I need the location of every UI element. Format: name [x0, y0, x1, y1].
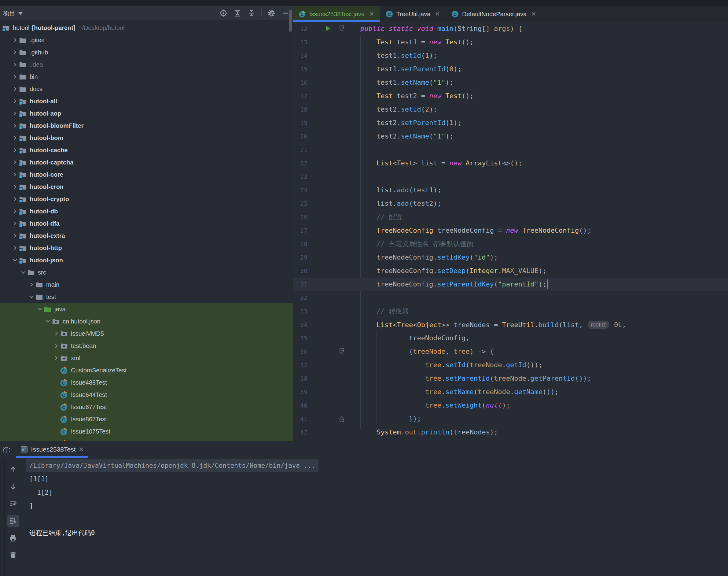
code-line-39[interactable]: 39 tree.setName(treeNode.getName()); — [293, 385, 728, 399]
tree-item-java[interactable]: java — [0, 303, 293, 315]
tree-item-src[interactable]: src — [0, 266, 293, 279]
chevron-right-icon[interactable] — [11, 61, 19, 68]
code-line-24[interactable]: 24 list.add(test1); — [293, 183, 728, 197]
code-line-43[interactable]: 43 } — [293, 439, 728, 441]
code-line-12[interactable]: 12 public static void main(String[] args… — [293, 22, 728, 35]
chevron-right-icon[interactable] — [11, 244, 19, 252]
code-line-31[interactable]: 31 treeNodeConfig.setParentIdKey("parent… — [293, 278, 728, 291]
code-line-42[interactable]: 42 System.out.println(treeNodes); — [293, 426, 728, 439]
code-line-21[interactable]: 21 — [293, 143, 728, 156]
code-line-13[interactable]: 13 Test test1 = new Test(); — [293, 35, 728, 49]
code-line-16[interactable]: 16 test1.setName("1"); — [293, 76, 728, 89]
chevron-down-icon[interactable] — [36, 306, 43, 313]
editor-tab-DefaultNodeParser.java[interactable]: CDefaultNodeParser.java✕ — [446, 6, 542, 22]
code-line-36[interactable]: 36 (treeNode, tree) -> { — [293, 345, 728, 358]
chevron-right-icon[interactable] — [11, 171, 19, 178]
scroll-to-end-icon[interactable] — [7, 515, 19, 527]
code-line-22[interactable]: 22 List<Test> list = new ArrayList<>(); — [293, 156, 728, 170]
chevron-right-icon[interactable] — [11, 232, 19, 239]
locate-icon[interactable] — [219, 9, 228, 18]
tree-item-CustomSerializeTest[interactable]: CCustomSerializeTest — [0, 364, 293, 376]
tree-item-Issue644Test[interactable]: CIssue644Test — [0, 388, 293, 401]
tree-item-hutool-bloomFilter[interactable]: hutool-bloomFilter — [0, 119, 293, 132]
code-line-38[interactable]: 38 tree.setParentId(treeNode.getParentId… — [293, 372, 728, 385]
code-line-17[interactable]: 17 Test test2 = new Test(); — [293, 89, 728, 103]
run-button[interactable] — [324, 25, 331, 32]
code-line-25[interactable]: 25 list.add(test2); — [293, 197, 728, 210]
tree-item-hutool-db[interactable]: hutool-db — [0, 205, 293, 218]
expand-all-icon[interactable] — [233, 9, 242, 18]
tree-item-clipped[interactable]: C — [0, 437, 293, 441]
code-line-28[interactable]: 28 // 自定义属性名 都要默认值的 — [293, 237, 728, 251]
clear-all-icon[interactable] — [7, 549, 19, 561]
chevron-right-icon[interactable] — [11, 85, 19, 93]
code-line-41[interactable]: 41 }); — [293, 412, 728, 426]
next-occurrence-icon[interactable] — [7, 481, 19, 493]
tree-item-.gitee[interactable]: .gitee — [0, 34, 293, 46]
hide-icon[interactable] — [281, 9, 290, 18]
chevron-right-icon[interactable] — [28, 281, 35, 288]
tree-item-test[interactable]: test — [0, 291, 293, 303]
tree-item-.idea[interactable]: .idea — [0, 58, 293, 70]
chevron-down-icon[interactable] — [20, 269, 27, 276]
tree-item-hutool-captcha[interactable]: hutool-captcha — [0, 156, 293, 169]
soft-wrap-icon[interactable] — [7, 498, 19, 510]
chevron-right-icon[interactable] — [53, 330, 60, 337]
tree-item-xml[interactable]: xml — [0, 352, 293, 364]
chevron-right-icon[interactable] — [11, 122, 19, 129]
tree-item-hutool-cron[interactable]: hutool-cron — [0, 181, 293, 193]
chevron-right-icon[interactable] — [11, 73, 19, 80]
editor-tab-Issues2538Test.java[interactable]: CIssues2538Test.java✕ — [293, 6, 380, 22]
code-line-14[interactable]: 14 test1.setId(1); — [293, 49, 728, 62]
tree-item-hutool-extra[interactable]: hutool-extra — [0, 230, 293, 242]
tree-item-hutool-all[interactable]: hutool-all — [0, 95, 293, 107]
chevron-down-icon[interactable] — [11, 257, 19, 264]
close-icon[interactable]: ✕ — [531, 10, 536, 18]
tree-item-docs[interactable]: docs — [0, 83, 293, 95]
chevron-right-icon[interactable] — [11, 183, 19, 191]
tree-item-.github[interactable]: .github — [0, 46, 293, 58]
chevron-right-icon[interactable] — [11, 208, 19, 215]
tree-item-root[interactable]: hutool[hutool-parent]~/Desktop/hutool — [0, 22, 293, 34]
settings-icon[interactable] — [267, 9, 276, 18]
code-line-34[interactable]: 34 List<Tree<Object>> treeNodes = TreeUt… — [293, 318, 728, 332]
tree-item-hutool-bom[interactable]: hutool-bom — [0, 132, 293, 144]
project-view-selector[interactable]: 项目 — [3, 9, 23, 18]
chevron-down-icon[interactable] — [44, 318, 52, 325]
tree-item-hutool-http[interactable]: hutool-http — [0, 242, 293, 254]
tree-item-hutool-core[interactable]: hutool-core — [0, 169, 293, 181]
close-icon[interactable]: ✕ — [79, 446, 84, 453]
tree-item-Issue488Test[interactable]: CIssue488Test — [0, 376, 293, 388]
code-line-15[interactable]: 15 test1.setParentId(0); — [293, 62, 728, 76]
tree-scrollbar[interactable] — [289, 10, 292, 32]
code-line-19[interactable]: 19 test2.setParentId(1); — [293, 116, 728, 129]
chevron-right-icon[interactable] — [11, 36, 19, 44]
chevron-right-icon[interactable] — [11, 110, 19, 117]
editor-tab-TreeUtil.java[interactable]: CTreeUtil.java✕ — [380, 6, 446, 22]
code-line-26[interactable]: 26 // 配置 — [293, 210, 728, 224]
fold-marker-icon[interactable] — [339, 25, 345, 33]
code-line-30[interactable]: 30 treeNodeConfig.setDeep(Integer.MAX_VA… — [293, 264, 728, 278]
print-icon[interactable] — [7, 532, 19, 544]
chevron-right-icon[interactable] — [11, 195, 19, 203]
code-line-18[interactable]: 18 test2.setId(2); — [293, 103, 728, 116]
tree-item-hutool-dfa[interactable]: hutool-dfa — [0, 218, 293, 230]
close-icon[interactable]: ✕ — [369, 10, 374, 18]
tree-item-Issue1075Test[interactable]: CIssue1075Test — [0, 425, 293, 437]
chevron-right-icon[interactable] — [11, 220, 19, 227]
tree-item-cn.hutool.json[interactable]: cn.hutool.json — [0, 315, 293, 327]
code-line-37[interactable]: 37 tree.setId(treeNode.getId()); — [293, 358, 728, 372]
tree-item-Issue867Test[interactable]: CIssue867Test — [0, 413, 293, 425]
chevron-right-icon[interactable] — [11, 49, 19, 56]
code-area[interactable]: 12 public static void main(String[] args… — [293, 22, 728, 441]
tree-item-hutool-json[interactable]: hutool-json — [0, 254, 293, 266]
collapse-all-icon[interactable] — [247, 9, 256, 18]
code-line-35[interactable]: 35 treeNodeConfig, — [293, 332, 728, 345]
code-line-33[interactable]: 33 // 转换器 — [293, 305, 728, 318]
code-line-29[interactable]: 29 treeNodeConfig.setIdKey("id"); — [293, 251, 728, 264]
chevron-right-icon[interactable] — [11, 159, 19, 166]
tree-item-issueIVMD5[interactable]: issueIVMD5 — [0, 327, 293, 340]
chevron-right-icon[interactable] — [11, 97, 19, 105]
code-line-27[interactable]: 27 TreeNodeConfig treeNodeConfig = new T… — [293, 224, 728, 237]
tree-item-hutool-cache[interactable]: hutool-cache — [0, 144, 293, 156]
